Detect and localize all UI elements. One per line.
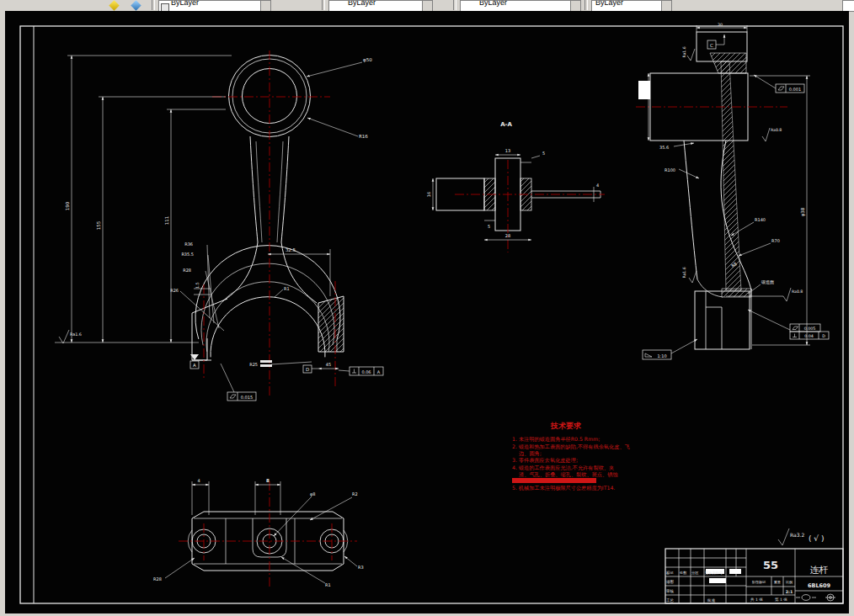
tb-part-name: 连杆 — [810, 565, 829, 576]
basic-dim-bar — [260, 364, 272, 367]
surface-finish-icon — [689, 271, 697, 283]
surface-note-suffix: ( √ ) — [809, 534, 824, 543]
leader-label-r1: R1 — [284, 286, 290, 291]
tb-row-process: 工艺 — [666, 597, 675, 603]
leader-label-r25: R25 — [249, 362, 258, 367]
side-view: 30 φ38 Ra1.6 Ra0.8 Ra0.8 Ra1.6 C 0.001 3… — [636, 23, 829, 359]
tb-row-zone: 分区 — [691, 571, 699, 575]
datum-a-label: A — [193, 363, 196, 368]
tech-req-line: 3. 零件表面应去氧化皮处理; — [512, 457, 578, 464]
first-angle-symbol-icon — [825, 594, 835, 601]
taper-frame — [643, 339, 697, 359]
dim-label-45: 45 — [326, 362, 331, 367]
toolbar-separator — [322, 0, 325, 10]
chevron-down-icon[interactable] — [570, 1, 580, 11]
tolerance-ref-2: A — [377, 369, 381, 374]
leader-label-forge: 锻造面 — [761, 279, 774, 285]
toolbar-field[interactable] — [842, 0, 854, 12]
projection-symbol-icon — [796, 595, 816, 601]
dim-label-16: 16 — [426, 192, 431, 197]
dim-label-28: 28 — [505, 233, 510, 238]
tb-header-stage: 阶段标记 — [752, 580, 766, 585]
tb-row-check: 审核 — [666, 589, 675, 593]
dim-label-b8: 8 — [266, 478, 270, 483]
tb-header-scale: 比例 — [786, 580, 793, 585]
tech-req-line: 渣、气孔、折叠、缩孔、裂纹、斑点、锈蚀 — [519, 471, 618, 478]
leader-label-br1: R1 — [325, 582, 331, 587]
tolerance-value-5: 0.04 — [804, 334, 814, 338]
tb-sheet-total: 共 1 张 — [750, 597, 763, 602]
leader-label-35-6: 35.6 — [659, 145, 669, 150]
tech-req-line: 2. 锻造和热加工表面的缺陷,不得有残余氧化皮、飞 — [512, 443, 631, 450]
highlighted-dimension-label — [638, 81, 650, 99]
section-title: A-A — [500, 121, 512, 128]
tech-req-line: 1. 未注明的锻造圆角半径R0.5 Rmm; — [512, 436, 600, 443]
dim-label-dia38: φ38 — [800, 207, 806, 216]
surface-finish-icon — [687, 49, 695, 61]
tb-scale-value: 2:1 — [786, 590, 793, 594]
surface-label-ra08-b: Ra0.8 — [792, 289, 803, 294]
tb-sheet-page: 第 1 张 — [775, 597, 787, 602]
leader-label-r2: R2 — [352, 491, 358, 497]
surface-label-ra08-a: Ra0.8 — [771, 128, 782, 132]
tolerance-ref-5: D — [822, 334, 825, 338]
section-view: A-A 13 5 16 5 28 4 — [426, 121, 605, 252]
dim-label-1-5: 1.5 — [195, 282, 200, 289]
leader-label-r16: R16 — [359, 134, 368, 139]
chevron-down-icon[interactable] — [260, 1, 270, 11]
layer-combo[interactable]: ByLayer — [158, 0, 271, 12]
leader-label-dia8: φ8 — [310, 491, 315, 497]
tb-row-mark: 标记 — [666, 571, 674, 576]
chevron-down-icon[interactable] — [422, 1, 432, 11]
surface-label-ra16-top: Ra1.6 — [682, 46, 686, 57]
dim-label-111: 111 — [164, 216, 169, 226]
linetype-combo[interactable]: ByLayer — [460, 0, 581, 12]
tb-row-approve: 批准 — [707, 598, 716, 603]
dim-label-32-5: 32.5 — [286, 247, 296, 252]
toolbar: ByLayer ByLayer ByLayer ByLayer — [0, 0, 854, 11]
tolerance-value-2: 0.06 — [361, 369, 371, 374]
dim-label-30: 30 — [718, 23, 723, 27]
tech-req-title: 技术要求 — [550, 422, 582, 430]
leader-label-r28b: R28 — [153, 576, 162, 581]
linetype-combo-value: ByLayer — [479, 0, 580, 7]
dim-label-190: 190 — [65, 201, 70, 210]
layer-combo-value: ByLayer — [171, 0, 270, 7]
toolbar-separator — [152, 0, 155, 10]
tb-header-weight: 重量 — [773, 580, 781, 584]
section-dimensions — [433, 155, 594, 240]
tolerance-value-4: 0.005 — [804, 327, 816, 331]
title-block-grid — [665, 549, 795, 603]
drawing-canvas[interactable]: 190 155 111 32.5 45 1.5 φ50 R16 R36 R35.… — [5, 11, 849, 613]
toolbar-separator — [584, 0, 588, 10]
leader-label-r140: R140 — [755, 217, 766, 222]
tech-req-line: 边、圆角; — [519, 450, 542, 457]
surface-label-ra16: Ra1.6 — [70, 332, 82, 337]
tech-req-highlight-bar — [512, 478, 596, 483]
cad-sheet: 190 155 111 32.5 45 1.5 φ50 R16 R36 R35.… — [5, 11, 849, 613]
leader-label-r70: R70 — [771, 238, 780, 243]
leader-label-r26: R26 — [170, 288, 179, 293]
dim-label-4: 4 — [596, 183, 599, 188]
toolbar-icon-yellow[interactable] — [109, 0, 119, 10]
lineweight-combo[interactable]: ByLayer — [591, 0, 672, 12]
tech-req-line: 5. 机械加工未注明极限尺寸公差精度为IT14. — [512, 485, 615, 491]
datum-c-label: C — [710, 43, 713, 48]
dim-label-5a: 5 — [542, 151, 545, 156]
tb-material: 55 — [763, 559, 778, 571]
surface-finish-icon — [762, 128, 770, 141]
title-block: Ra3.2 ( √ ) 标记 处数 分区 更改文件号 描图 审核 工艺 批准 5… — [665, 528, 843, 603]
toolbar-separator — [453, 0, 456, 10]
bottom-view: 4 8 φ8 R2 R3 R1 R28 — [153, 478, 364, 589]
technical-requirements: 技术要求 1. 未注明的锻造圆角半径R0.5 Rmm; 2. 锻造和热加工表面的… — [512, 422, 631, 491]
toolbar-icon-blue[interactable] — [131, 0, 141, 10]
chevron-down-icon[interactable] — [661, 1, 671, 11]
datum-d-label: D — [306, 367, 309, 372]
tb-drawing-no: 6BL609 — [808, 582, 831, 589]
tolerance-frame-4 — [748, 310, 829, 339]
taper-value: 1:10 — [657, 353, 666, 358]
surface-note-ra: Ra3.2 — [790, 532, 804, 538]
tb-row-trace: 描图 — [665, 580, 674, 584]
color-combo[interactable]: ByLayer — [328, 0, 433, 12]
surface-note — [778, 528, 789, 545]
